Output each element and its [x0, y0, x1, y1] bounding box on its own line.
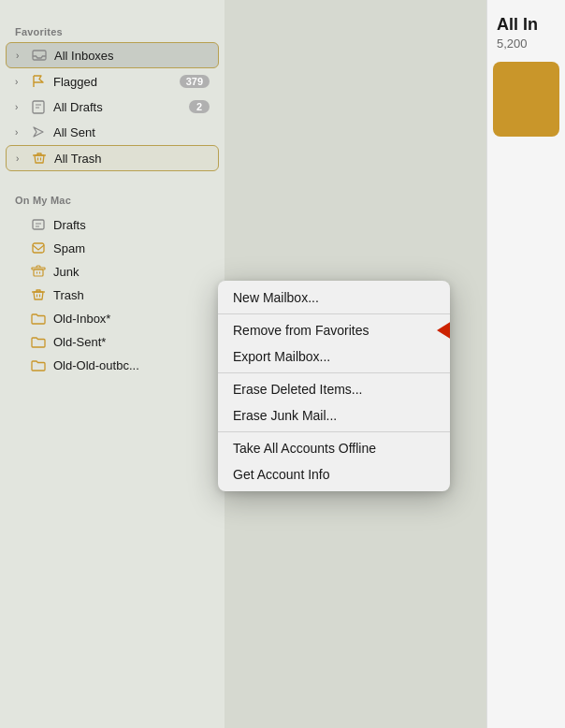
- menu-item-take-all-offline[interactable]: Take All Accounts Offline: [218, 435, 450, 461]
- chevron-icon: ›: [15, 77, 26, 87]
- svg-rect-4: [34, 269, 43, 276]
- sidebar-item-label: Flagged: [53, 75, 180, 89]
- notification-card: [493, 62, 559, 137]
- sidebar-item-spam[interactable]: Spam: [6, 237, 219, 259]
- menu-separator: [218, 313, 450, 314]
- chevron-icon: ›: [16, 51, 27, 61]
- sidebar-item-junk[interactable]: Junk: [6, 260, 219, 283]
- flag-icon: [30, 74, 47, 89]
- sidebar-item-flagged[interactable]: › Flagged 379: [6, 69, 219, 94]
- on-my-mac-section-label: On My Mac: [0, 187, 225, 210]
- drafts-badge: 2: [189, 100, 210, 113]
- folder-icon: [30, 334, 47, 349]
- junk-folder-icon: [30, 264, 47, 279]
- menu-item-get-account-info[interactable]: Get Account Info: [218, 461, 450, 488]
- sidebar-item-label: Old-Sent*: [53, 335, 210, 349]
- menu-item-remove-from-favorites[interactable]: Remove from Favorites: [218, 317, 450, 343]
- sidebar-item-drafts[interactable]: Drafts: [6, 213, 219, 236]
- sidebar-item-old-inbox[interactable]: Old-Inbox*: [6, 307, 219, 329]
- menu-item-export-mailbox[interactable]: Export Mailbox...: [218, 343, 450, 370]
- menu-separator: [218, 431, 450, 432]
- context-menu: New Mailbox... Remove from Favorites Exp…: [218, 281, 450, 491]
- sidebar-item-label: Junk: [53, 265, 210, 279]
- spam-folder-icon: [30, 240, 47, 255]
- sidebar-item-label: All Trash: [54, 152, 209, 166]
- on-my-mac-section: Drafts Spam Junk: [0, 213, 225, 376]
- favorites-section-label: Favorites: [0, 19, 225, 41]
- folder-icon: [30, 311, 47, 326]
- sidebar-item-label: All Sent: [53, 125, 210, 139]
- draft-icon: [30, 99, 47, 114]
- menu-item-erase-junk[interactable]: Erase Junk Mail...: [218, 402, 450, 429]
- svg-rect-2: [33, 220, 44, 229]
- sidebar-item-old-old-outbc[interactable]: Old-Old-outbc...: [6, 354, 219, 376]
- folder-icon: [30, 357, 47, 372]
- menu-item-erase-deleted[interactable]: Erase Deleted Items...: [218, 376, 450, 402]
- sidebar-item-all-drafts[interactable]: › All Drafts 2: [6, 95, 219, 119]
- sidebar-item-all-trash[interactable]: › All Trash: [6, 145, 219, 171]
- sidebar-item-trash[interactable]: Trash: [6, 284, 219, 306]
- sidebar: Favorites › All Inboxes › Flagged 379 ›: [0, 0, 225, 728]
- right-panel: All In 5,200: [486, 0, 565, 728]
- trash-folder-icon: [30, 287, 47, 302]
- sidebar-item-label: All Drafts: [53, 100, 189, 114]
- menu-separator: [218, 372, 450, 373]
- chevron-icon: ›: [16, 153, 27, 164]
- sidebar-item-label: Spam: [53, 241, 210, 255]
- chevron-icon: ›: [15, 102, 26, 112]
- trash-icon: [31, 151, 48, 166]
- right-panel-title: All In: [487, 0, 565, 36]
- sidebar-item-old-sent[interactable]: Old-Sent*: [6, 330, 219, 353]
- menu-item-new-mailbox[interactable]: New Mailbox...: [218, 284, 450, 311]
- sidebar-item-label: Old-Old-outbc...: [53, 358, 210, 372]
- sidebar-item-label: Old-Inbox*: [53, 312, 210, 326]
- chevron-icon: ›: [15, 127, 26, 138]
- submenu-arrow-icon: [437, 321, 450, 340]
- inbox-icon: [31, 48, 48, 63]
- draft-folder-icon: [30, 217, 47, 232]
- sidebar-item-label: Trash: [53, 288, 210, 302]
- sidebar-item-all-sent[interactable]: › All Sent: [6, 120, 219, 144]
- flagged-badge: 379: [180, 75, 210, 88]
- sidebar-item-all-inboxes[interactable]: › All Inboxes: [6, 42, 219, 68]
- sidebar-item-label: All Inboxes: [54, 49, 209, 63]
- sent-icon: [30, 124, 47, 139]
- sidebar-item-label: Drafts: [53, 218, 210, 232]
- right-panel-count: 5,200: [487, 36, 565, 51]
